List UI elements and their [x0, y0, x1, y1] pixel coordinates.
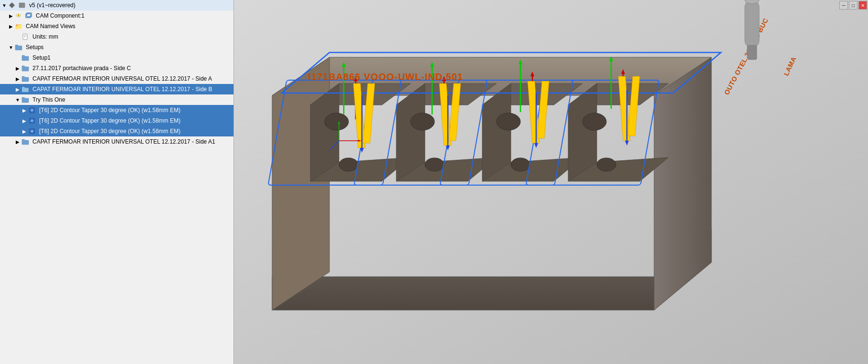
setups-folder-icon — [14, 43, 23, 52]
try-this-label: Try This One — [31, 96, 67, 104]
root-label: v5 (v1~recovered) — [28, 1, 77, 9]
side-a1-arrow[interactable] — [14, 138, 21, 145]
setups-label: Setups — [24, 43, 45, 51]
window-controls: ─ □ ✕ — [839, 1, 867, 10]
tree-item-cam-named-views[interactable]: 📁 CAM Named Views — [0, 21, 233, 31]
svg-rect-1 — [19, 3, 25, 8]
svg-text:I171BA866 VOOO-UWL-IND.501: I171BA866 VOOO-UWL-IND.501 — [308, 72, 463, 82]
folder-icon: 📁 — [14, 22, 23, 31]
tree-panel: v5 (v1~recovered) 👁 CAM Component:1 📁 CA… — [0, 0, 234, 364]
setup1-icon — [21, 53, 30, 62]
cam-component-label: CAM Component:1 — [34, 12, 86, 20]
op3-label: [T6] 2D Contour Tapper 30 degree (OK) (w… — [38, 127, 182, 135]
eye-icon: 👁 — [14, 11, 23, 20]
side-a-icon — [21, 74, 30, 83]
tree-item-side-c[interactable]: 27.11.2017 portachiave prada - Side C — [0, 63, 233, 73]
op2-label: [T6] 2D Contour Tapper 30 degree (OK) (w… — [38, 117, 182, 125]
side-a-label: CAPAT FERMOAR INTERIOR UNIVERSAL OTEL 12… — [31, 75, 213, 83]
svg-point-38 — [597, 158, 616, 171]
tree-item-cam-component[interactable]: 👁 CAM Component:1 — [0, 10, 233, 21]
try-icon — [21, 95, 30, 104]
svg-rect-84 — [745, 0, 759, 48]
root-icon — [8, 1, 16, 10]
cam-component-arrow[interactable] — [8, 12, 14, 19]
tree-item-op3[interactable]: [T6] 2D Contour Tapper 30 degree (OK) (w… — [0, 126, 233, 136]
svg-rect-4 — [23, 34, 27, 40]
units-label: Units: mm — [31, 33, 60, 41]
svg-point-27 — [411, 113, 434, 130]
side-c-label: 27.11.2017 portachiave prada - Side C — [31, 64, 132, 72]
maximize-button[interactable]: □ — [849, 1, 857, 10]
op2-arrow[interactable] — [21, 117, 28, 124]
minimize-button[interactable]: ─ — [839, 1, 848, 10]
op1-icon — [28, 106, 36, 114]
svg-point-22 — [325, 113, 349, 130]
svg-point-32 — [497, 113, 520, 130]
close-button[interactable]: ✕ — [858, 1, 867, 10]
v5-icon — [18, 1, 26, 10]
tree-item-try-this-one[interactable]: Try This One — [0, 94, 233, 105]
tree-item-side-b[interactable]: CAPAT FERMOAR INTERIOR UNIVERSAL OTEL 12… — [0, 84, 233, 94]
component-icon — [24, 11, 33, 20]
side-c-arrow[interactable] — [14, 65, 21, 72]
try-this-arrow[interactable] — [14, 96, 21, 103]
named-views-label: CAM Named Views — [24, 22, 77, 30]
svg-point-23 — [339, 158, 358, 171]
tree-item-setup1[interactable]: Setup1 — [0, 52, 233, 63]
side-b-arrow[interactable] — [14, 86, 21, 93]
tree-item-op2[interactable]: [T6] 2D Contour Tapper 30 degree (OK) (w… — [0, 115, 233, 126]
file-icon — [21, 32, 30, 41]
op3-arrow[interactable] — [21, 128, 28, 135]
tree-item-op1[interactable]: [T6] 2D Contour Tapper 30 degree (OK) (w… — [0, 105, 233, 115]
op1-arrow[interactable] — [21, 107, 28, 114]
tree-item-setups[interactable]: Setups — [0, 42, 233, 52]
side-a1-icon — [21, 137, 30, 146]
tree-item-side-a[interactable]: CAPAT FERMOAR INTERIOR UNIVERSAL OTEL 12… — [0, 73, 233, 84]
svg-marker-0 — [9, 2, 15, 8]
side-c-icon — [21, 64, 30, 73]
op1-label: [T6] 2D Contour Tapper 30 degree (OK) (w… — [38, 106, 182, 114]
side-b-label: CAPAT FERMOAR INTERIOR UNIVERSAL OTEL 12… — [31, 85, 214, 93]
side-a1-label: CAPAT FERMOAR INTERIOR UNIVERSAL OTEL 12… — [31, 138, 217, 146]
side-b-icon — [21, 85, 30, 94]
setups-arrow[interactable] — [8, 44, 14, 51]
svg-point-28 — [425, 158, 444, 171]
op3-icon — [28, 127, 36, 135]
tree-item-units[interactable]: Units: mm — [0, 31, 233, 42]
tree-item-side-a1[interactable]: CAPAT FERMOAR INTERIOR UNIVERSAL OTEL 12… — [0, 136, 233, 147]
side-a-arrow[interactable] — [14, 75, 21, 82]
named-views-arrow[interactable] — [8, 23, 14, 30]
svg-rect-85 — [747, 45, 757, 60]
tree-root[interactable]: v5 (v1~recovered) — [0, 0, 233, 10]
viewport-panel[interactable]: I171BA866 VOOO-UWL-IND.501 OUTO OTEL 30M… — [234, 0, 868, 364]
root-arrow[interactable] — [1, 2, 8, 9]
svg-point-37 — [582, 113, 606, 130]
op2-icon — [28, 116, 36, 125]
setup1-label: Setup1 — [31, 54, 52, 62]
viewport-svg: I171BA866 VOOO-UWL-IND.501 OUTO OTEL 30M… — [234, 0, 868, 364]
svg-point-33 — [511, 158, 530, 171]
svg-marker-18 — [272, 57, 329, 310]
